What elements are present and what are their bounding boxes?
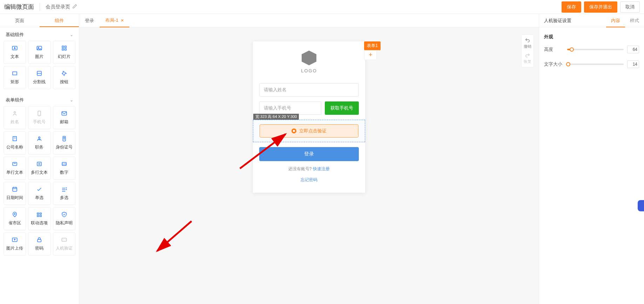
undo-button[interactable]: 撤销 <box>524 38 531 49</box>
component-textarea[interactable]: 多行文本 <box>28 157 51 180</box>
svg-rect-4 <box>65 46 66 48</box>
component-location[interactable]: 省市区 <box>4 207 26 230</box>
component-text[interactable]: 文本 <box>4 41 26 64</box>
selected-element[interactable]: 宽:323 高:64 X:20 Y:300 立即点击验证 <box>253 120 365 142</box>
component-lock[interactable]: 密码 <box>28 232 51 256</box>
register-hint: 还没有账号?快速注册 <box>259 166 359 172</box>
idcard-icon <box>61 136 67 142</box>
chat-bubble[interactable] <box>638 200 644 211</box>
annotation-arrow <box>153 218 195 256</box>
textarea-icon <box>36 161 42 167</box>
center-tab-login[interactable]: 登录 <box>79 14 100 27</box>
linked-icon <box>36 211 42 218</box>
forgot-password-link[interactable]: 忘记密码 <box>301 177 317 182</box>
svg-text:123: 123 <box>62 163 66 165</box>
component-company[interactable]: 公司名称 <box>4 131 26 154</box>
close-icon[interactable]: ✕ <box>121 14 124 27</box>
tab-page[interactable]: 页面 <box>0 14 40 27</box>
lock-icon <box>36 237 42 243</box>
height-input[interactable] <box>627 46 639 53</box>
button-icon <box>61 70 67 77</box>
group-basic-header[interactable]: 基础组件 ⌄ <box>0 27 79 41</box>
svg-rect-41 <box>62 238 67 242</box>
get-phone-button[interactable]: 获取手机号 <box>325 101 359 115</box>
text-icon <box>12 45 18 51</box>
component-privacy[interactable]: 隐私声明 <box>53 207 75 230</box>
svg-rect-6 <box>65 49 66 51</box>
tab-content[interactable]: 内容 <box>606 14 625 27</box>
form-tag[interactable]: 表单1 <box>364 41 381 50</box>
component-mail[interactable]: 邮箱 <box>53 106 75 129</box>
font-size-input[interactable] <box>627 60 639 68</box>
svg-point-10 <box>14 112 16 113</box>
center-tab-layout[interactable]: 布局-1 ✕ <box>100 14 129 27</box>
component-job[interactable]: 职务 <box>28 131 51 154</box>
quick-register-link[interactable]: 快速注册 <box>313 166 330 171</box>
rect-icon <box>12 70 18 77</box>
cancel-button[interactable]: 取消 <box>620 1 640 13</box>
svg-rect-5 <box>62 49 64 51</box>
radio-icon <box>36 186 42 192</box>
svg-point-19 <box>39 137 40 139</box>
captcha-button[interactable]: 立即点击验证 <box>260 124 358 138</box>
job-icon <box>36 136 42 142</box>
font-size-label: 文字大小 <box>544 61 564 67</box>
edit-name-icon[interactable] <box>72 4 77 10</box>
phone-icon <box>36 110 42 117</box>
svg-rect-38 <box>40 215 42 217</box>
slide-icon <box>61 45 67 51</box>
phone-input[interactable]: 请输入手机号 <box>259 101 321 115</box>
company-icon <box>12 136 18 142</box>
login-button[interactable]: 登录 <box>259 147 359 161</box>
user-icon <box>12 110 18 117</box>
add-form-button[interactable]: + <box>364 50 377 60</box>
component-phone: 手机号 <box>28 106 51 129</box>
svg-rect-25 <box>37 162 41 166</box>
component-upload[interactable]: 图片上传 <box>4 232 26 256</box>
component-radio[interactable]: 单选 <box>28 182 51 205</box>
number-icon: 123 <box>61 161 67 167</box>
component-divider[interactable]: 分割线 <box>28 66 51 89</box>
logo-icon <box>302 51 316 65</box>
svg-rect-3 <box>62 46 64 48</box>
tab-component[interactable]: 组件 <box>40 14 79 27</box>
image-icon <box>36 45 42 51</box>
svg-rect-40 <box>38 239 41 242</box>
name-input[interactable]: 请输入姓名 <box>259 83 359 97</box>
component-check[interactable]: 多选 <box>53 182 75 205</box>
divider-icon <box>36 70 42 77</box>
redo-button[interactable]: 恢复 <box>524 53 531 64</box>
component-number[interactable]: 123数字 <box>53 157 75 180</box>
save-button[interactable]: 保存 <box>562 1 581 13</box>
captcha-dot-icon <box>291 128 296 133</box>
group-form-header[interactable]: 表单组件 ⌄ <box>0 93 79 106</box>
preview-canvas[interactable]: 表单1 + LOGO 请输入姓名 请输入手机号 获取手机号 宽:323 高:64… <box>253 41 365 193</box>
save-exit-button[interactable]: 保存并退出 <box>584 1 617 13</box>
component-textline[interactable]: 单行文本 <box>4 157 26 180</box>
height-label: 高度 <box>544 46 564 53</box>
captcha-icon <box>61 237 67 243</box>
svg-rect-35 <box>37 213 39 214</box>
section-appearance: 外观 <box>544 34 639 40</box>
component-image[interactable]: 图片 <box>28 41 51 64</box>
component-idcard[interactable]: 身份证号 <box>53 131 75 154</box>
component-linked[interactable]: 联动选项 <box>28 207 51 230</box>
component-button[interactable]: 按钮 <box>53 66 75 89</box>
mail-icon <box>61 110 67 117</box>
tab-style[interactable]: 样式 <box>625 14 644 27</box>
check-icon <box>61 186 67 192</box>
component-captcha: 人机验证 <box>53 232 75 256</box>
component-date[interactable]: 日期时间 <box>4 182 26 205</box>
height-slider[interactable] <box>567 49 624 50</box>
svg-rect-23 <box>13 163 17 166</box>
svg-rect-30 <box>13 187 17 191</box>
component-rect[interactable]: 矩形 <box>4 66 26 89</box>
svg-point-2 <box>38 47 39 48</box>
component-slide[interactable]: 幻灯片 <box>53 41 75 64</box>
svg-rect-36 <box>40 213 42 214</box>
font-size-slider[interactable] <box>567 64 624 65</box>
chevron-down-icon: ⌄ <box>70 98 73 103</box>
chevron-down-icon: ⌄ <box>70 32 73 37</box>
upload-icon <box>12 237 18 243</box>
selection-info: 宽:323 高:64 X:20 Y:300 <box>253 114 299 120</box>
